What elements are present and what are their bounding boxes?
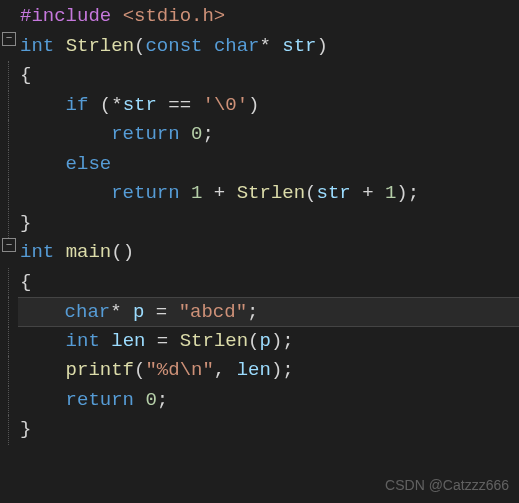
fold-icon[interactable]: − bbox=[2, 32, 16, 46]
string-literal: "abcd" bbox=[179, 301, 247, 323]
code-line: { bbox=[20, 61, 519, 91]
number-literal: 0 bbox=[145, 389, 156, 411]
keyword-return: return bbox=[111, 182, 179, 204]
code-line: return 0; bbox=[20, 120, 519, 150]
type-keyword: int bbox=[20, 35, 54, 57]
code-line: #include <stdio.h> bbox=[20, 2, 519, 32]
argument: len bbox=[237, 359, 271, 381]
keyword-if: if bbox=[66, 94, 89, 116]
number-literal: 1 bbox=[191, 182, 202, 204]
keyword-return: return bbox=[66, 389, 134, 411]
number-literal: 1 bbox=[385, 182, 396, 204]
code-line: return 1 + Strlen(str + 1); bbox=[20, 179, 519, 209]
code-line: int len = Strlen(p); bbox=[20, 327, 519, 357]
keyword-const: const bbox=[145, 35, 202, 57]
include-file: <stdio.h> bbox=[123, 5, 226, 27]
function-call: Strlen bbox=[237, 182, 305, 204]
open-brace: { bbox=[20, 64, 31, 86]
keyword-else: else bbox=[66, 153, 112, 175]
function-call: Strlen bbox=[180, 330, 248, 352]
code-line: } bbox=[20, 209, 519, 239]
argument: p bbox=[260, 330, 271, 352]
code-line: } bbox=[20, 415, 519, 445]
function-call: printf bbox=[66, 359, 134, 381]
variable: len bbox=[111, 330, 145, 352]
variable: str bbox=[317, 182, 351, 204]
function-name: main bbox=[66, 241, 112, 263]
code-line: else bbox=[20, 150, 519, 180]
number-literal: 0 bbox=[191, 123, 202, 145]
code-line: return 0; bbox=[20, 386, 519, 416]
open-brace: { bbox=[20, 271, 31, 293]
variable: str bbox=[123, 94, 157, 116]
type-keyword: char bbox=[214, 35, 260, 57]
code-line: int Strlen(const char* str) bbox=[20, 32, 519, 62]
function-name: Strlen bbox=[66, 35, 134, 57]
code-line: int main() bbox=[20, 238, 519, 268]
code-editor: − − #include <stdio.h> int Strlen(const … bbox=[0, 0, 519, 503]
fold-icon[interactable]: − bbox=[2, 238, 16, 252]
fold-gutter: − − bbox=[0, 0, 18, 503]
code-area[interactable]: #include <stdio.h> int Strlen(const char… bbox=[18, 0, 519, 503]
code-line-highlighted: char* p = "abcd"; bbox=[18, 297, 519, 327]
code-line: { bbox=[20, 268, 519, 298]
code-line: printf("%d\n", len); bbox=[20, 356, 519, 386]
code-line: if (*str == '\0') bbox=[20, 91, 519, 121]
string-literal: "%d\n" bbox=[145, 359, 213, 381]
preproc-keyword: #include bbox=[20, 5, 111, 27]
keyword-return: return bbox=[111, 123, 179, 145]
type-keyword: int bbox=[66, 330, 100, 352]
parameter: str bbox=[282, 35, 316, 57]
type-keyword: int bbox=[20, 241, 54, 263]
type-keyword: char bbox=[65, 301, 111, 323]
close-brace: } bbox=[20, 418, 31, 440]
close-brace: } bbox=[20, 212, 31, 234]
variable: p bbox=[133, 301, 144, 323]
char-literal: '\0' bbox=[202, 94, 248, 116]
watermark: CSDN @Catzzz666 bbox=[385, 475, 509, 497]
